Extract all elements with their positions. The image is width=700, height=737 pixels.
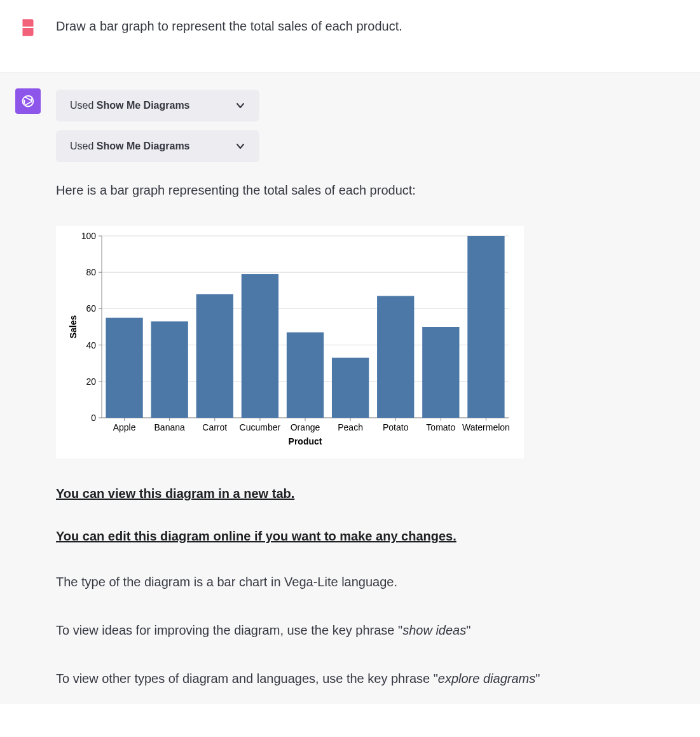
- plugin-name: Show Me Diagrams: [97, 100, 190, 111]
- plugin-prefix: Used: [70, 141, 97, 151]
- plugin-prefix: Used: [70, 100, 97, 111]
- y-axis-title: Sales: [68, 315, 78, 338]
- bar: [151, 321, 188, 418]
- user-avatar: [15, 15, 41, 41]
- bar: [377, 296, 414, 418]
- svg-text:80: 80: [86, 267, 96, 277]
- user-message: Draw a bar graph to represent the total …: [0, 0, 700, 73]
- bar: [467, 236, 504, 418]
- svg-text:40: 40: [86, 340, 96, 350]
- view-diagram-link[interactable]: You can view this diagram in a new tab.: [56, 486, 294, 501]
- assistant-message: Used Show Me Diagrams Used Show Me Diagr…: [0, 73, 700, 704]
- svg-text:Orange: Orange: [291, 422, 320, 432]
- bar: [332, 358, 369, 418]
- explore-diagrams-text: To view other types of diagram and langu…: [56, 668, 681, 689]
- openai-icon: [19, 92, 37, 110]
- user-prompt: Draw a bar graph to represent the total …: [56, 17, 681, 36]
- svg-text:Peach: Peach: [338, 422, 363, 432]
- svg-text:60: 60: [86, 303, 96, 313]
- svg-text:Cucumber: Cucumber: [240, 422, 281, 432]
- show-ideas-text: To view ideas for improving the diagram,…: [56, 620, 681, 640]
- plugin-disclosure-2[interactable]: Used Show Me Diagrams: [56, 130, 259, 162]
- chevron-down-icon: [235, 141, 245, 151]
- chevron-down-icon: [235, 100, 245, 111]
- svg-text:Banana: Banana: [154, 422, 185, 432]
- svg-text:100: 100: [81, 232, 97, 241]
- assistant-avatar: [15, 88, 41, 114]
- svg-text:0: 0: [91, 413, 96, 423]
- svg-text:Carrot: Carrot: [202, 422, 227, 432]
- svg-text:Tomato: Tomato: [426, 422, 455, 432]
- diagram-type-text: The type of the diagram is a bar chart i…: [56, 572, 681, 592]
- bar: [106, 318, 142, 418]
- svg-text:20: 20: [86, 376, 96, 387]
- chart-container: 020406080100AppleBananaCarrotCucumberOra…: [56, 226, 524, 458]
- svg-text:Watermelon: Watermelon: [462, 422, 510, 432]
- plugin-name: Show Me Diagrams: [97, 141, 190, 151]
- bar-chart: 020406080100AppleBananaCarrotCucumberOra…: [66, 232, 514, 448]
- plugin-disclosure-1[interactable]: Used Show Me Diagrams: [56, 90, 259, 121]
- edit-diagram-link[interactable]: You can edit this diagram online if you …: [56, 529, 456, 544]
- x-axis-title: Product: [289, 436, 322, 446]
- user-avatar-icon: [20, 18, 36, 38]
- assistant-intro: Here is a bar graph representing the tot…: [56, 180, 681, 200]
- bar: [242, 274, 278, 418]
- svg-text:Potato: Potato: [383, 422, 409, 432]
- bar: [287, 333, 324, 418]
- svg-text:Apple: Apple: [113, 422, 136, 432]
- bar: [196, 294, 233, 418]
- bar: [422, 327, 459, 418]
